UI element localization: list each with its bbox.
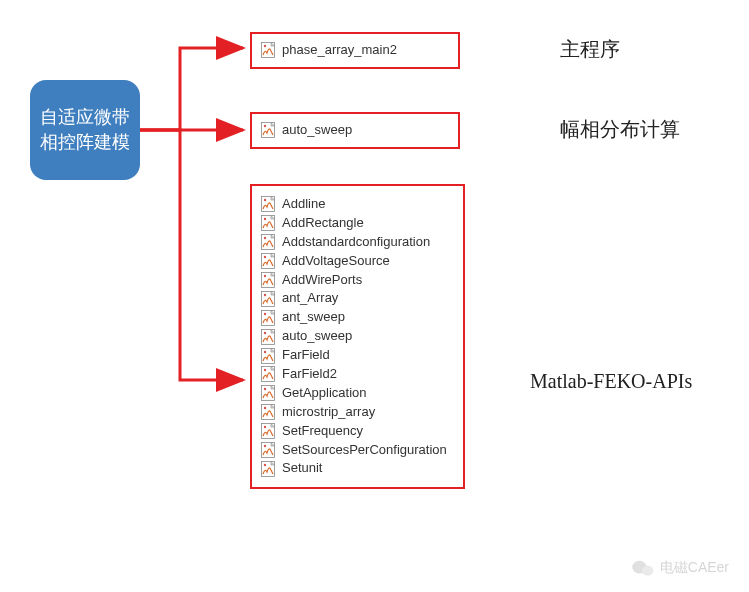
- box-auto-sweep: auto_sweep: [250, 112, 460, 149]
- box3-item: SetFrequency: [260, 423, 455, 440]
- box3-item-label: Addline: [282, 196, 325, 213]
- box3-item-label: Addstandardconfiguration: [282, 234, 430, 251]
- svg-point-12: [264, 218, 266, 220]
- label-amplitude-phase: 幅相分布计算: [560, 116, 680, 143]
- svg-point-24: [264, 294, 266, 296]
- box3-item: auto_sweep: [260, 328, 455, 345]
- box3-item: Addstandardconfiguration: [260, 234, 455, 251]
- matlab-file-icon: [260, 253, 276, 269]
- matlab-file-icon: [260, 310, 276, 326]
- matlab-file-icon: [260, 215, 276, 231]
- root-node-title: 自适应微带相控阵建模: [40, 105, 130, 155]
- box3-item: AddVoltageSource: [260, 253, 455, 270]
- box3-item-label: FarField2: [282, 366, 337, 383]
- svg-point-15: [264, 237, 266, 239]
- box3-item: AddRectangle: [260, 215, 455, 232]
- matlab-file-icon: [260, 291, 276, 307]
- svg-point-9: [264, 199, 266, 201]
- label-main-program: 主程序: [560, 36, 620, 63]
- svg-point-18: [264, 256, 266, 258]
- svg-point-39: [264, 388, 266, 390]
- box3-item: GetApplication: [260, 385, 455, 402]
- box2-item-label: auto_sweep: [282, 122, 352, 139]
- box3-item-label: ant_sweep: [282, 309, 345, 326]
- box3-item: ant_sweep: [260, 309, 455, 326]
- svg-point-27: [264, 313, 266, 315]
- svg-point-42: [264, 407, 266, 409]
- matlab-file-icon: [260, 196, 276, 212]
- matlab-file-icon: [260, 461, 276, 477]
- matlab-file-icon: [260, 423, 276, 439]
- svg-point-53: [641, 566, 653, 576]
- svg-point-48: [264, 445, 266, 447]
- matlab-file-icon: [260, 234, 276, 250]
- box1-item: phase_array_main2: [260, 42, 450, 59]
- box3-item: microstrip_array: [260, 404, 455, 421]
- matlab-file-icon: [260, 329, 276, 345]
- box3-item: FarField2: [260, 366, 455, 383]
- matlab-file-icon: [260, 366, 276, 382]
- box3-item-label: microstrip_array: [282, 404, 375, 421]
- root-node: 自适应微带相控阵建模: [30, 80, 140, 180]
- box3-item-label: GetApplication: [282, 385, 367, 402]
- matlab-file-icon: [260, 272, 276, 288]
- box3-item: SetSourcesPerConfiguration: [260, 442, 455, 459]
- box-api-list: Addline AddRectangle Addstandardconfigur…: [250, 184, 465, 489]
- label-matlab-feko-apis: Matlab-FEKO-APIs: [530, 370, 692, 393]
- box3-item-label: ant_Array: [282, 290, 338, 307]
- box3-item-label: AddVoltageSource: [282, 253, 390, 270]
- svg-point-30: [264, 331, 266, 333]
- box3-item-label: Setunit: [282, 460, 322, 477]
- watermark-text: 电磁CAEer: [660, 559, 729, 577]
- box3-item-label: SetSourcesPerConfiguration: [282, 442, 447, 459]
- box3-item-label: SetFrequency: [282, 423, 363, 440]
- box1-item-label: phase_array_main2: [282, 42, 397, 59]
- matlab-file-icon: [260, 122, 276, 138]
- watermark: 电磁CAEer: [632, 559, 729, 577]
- box3-item: Addline: [260, 196, 455, 213]
- svg-point-36: [264, 369, 266, 371]
- box3-item: Setunit: [260, 460, 455, 477]
- matlab-file-icon: [260, 442, 276, 458]
- svg-point-51: [264, 464, 266, 466]
- svg-point-33: [264, 350, 266, 352]
- box3-item-label: FarField: [282, 347, 330, 364]
- box3-item: ant_Array: [260, 290, 455, 307]
- box2-item: auto_sweep: [260, 122, 450, 139]
- box-main-program: phase_array_main2: [250, 32, 460, 69]
- svg-point-45: [264, 426, 266, 428]
- matlab-file-icon: [260, 404, 276, 420]
- box3-item: FarField: [260, 347, 455, 364]
- svg-point-21: [264, 275, 266, 277]
- matlab-file-icon: [260, 42, 276, 58]
- svg-point-6: [264, 125, 266, 127]
- matlab-file-icon: [260, 348, 276, 364]
- wechat-icon: [632, 559, 654, 577]
- box3-item: AddWirePorts: [260, 272, 455, 289]
- box3-item-label: AddWirePorts: [282, 272, 362, 289]
- svg-point-3: [264, 45, 266, 47]
- box3-item-label: AddRectangle: [282, 215, 364, 232]
- box3-item-label: auto_sweep: [282, 328, 352, 345]
- matlab-file-icon: [260, 385, 276, 401]
